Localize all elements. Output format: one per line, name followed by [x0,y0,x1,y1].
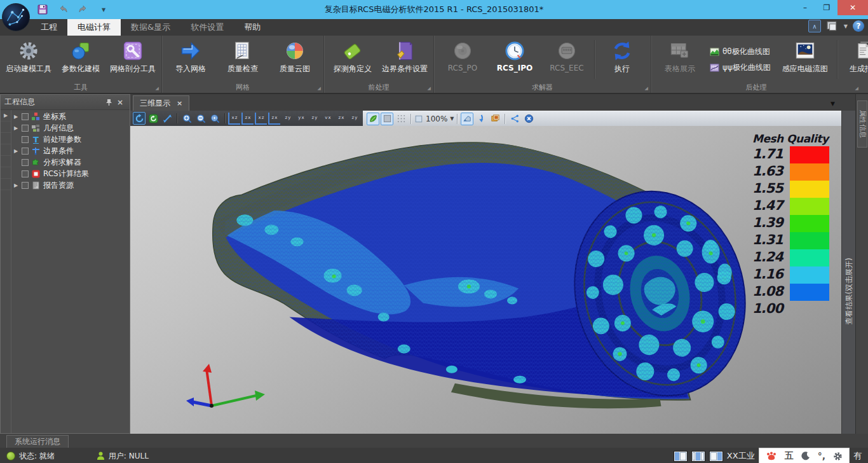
expand-icon[interactable]: ▶ [13,125,19,131]
close-button[interactable]: ✕ [837,0,868,15]
tab-help[interactable]: 帮助 [234,19,271,36]
theta-polar-curve-button[interactable]: θθ极化曲线图 [710,46,771,57]
checkbox[interactable] [22,148,29,155]
tab-settings[interactable]: 软件设置 [180,19,234,36]
view-orientation-button[interactable]: xz [255,113,267,125]
boundary-settings-button[interactable]: 边界条件设置 [379,38,431,81]
restore-button[interactable]: ❐ [816,0,837,15]
tab-close-icon[interactable]: × [177,99,182,107]
render-canvas[interactable]: Mesh Quality 1.71 1.63 1.55 1.47 1.39 1.… [130,126,841,434]
ime-settings-gear-icon[interactable] [833,452,843,461]
checkbox[interactable] [22,182,29,189]
checkbox[interactable] [22,136,29,143]
clip-view-button[interactable] [461,113,473,125]
display-style-dropdown-icon[interactable]: ▼ [844,24,848,29]
ime-paw-icon[interactable] [766,451,777,461]
dialog-launcher-icon[interactable]: ◢ [428,86,431,91]
redo-icon[interactable] [76,3,90,16]
rcs-po-button[interactable]: RCS_PO [437,38,489,81]
ime-punctuation-label[interactable]: °, [818,451,825,461]
rcs-eec-button[interactable]: RCS_EEC [541,38,593,81]
tab-3d-display[interactable]: 三维显示 × [133,95,189,111]
tab-list-dropdown-icon[interactable]: ▼ [831,100,835,107]
zoom-percent-select[interactable]: 100% ▼ [414,114,454,123]
dialog-launcher-icon[interactable]: ◢ [318,86,321,91]
tab-em-compute[interactable]: 电磁计算 [67,19,121,36]
view-orientation-button[interactable]: zy [348,113,360,125]
layout-left-panel-button[interactable] [674,451,688,462]
checkbox[interactable] [22,159,29,166]
probe-angle-button[interactable]: 探测角定义 [327,38,379,81]
induction-current-map-button[interactable]: 感应电磁流图 [775,38,836,81]
launch-modeling-tool-button[interactable]: 启动建模工具 [3,38,55,81]
dialog-launcher-icon[interactable]: ◢ [855,86,858,91]
dialog-launcher-icon[interactable]: ◢ [156,86,159,91]
save-icon[interactable] [36,3,50,16]
flat-render-button[interactable] [381,113,393,125]
tab-data-display[interactable]: 数据&显示 [121,19,180,36]
parametric-modeling-button[interactable]: 参数化建模 [55,38,107,81]
orbit-rotate-button[interactable] [133,112,146,125]
panel-close-icon[interactable]: × [114,97,126,107]
view-orientation-button[interactable]: zy [281,113,294,125]
app-logo[interactable] [2,3,30,31]
gutter-arrow-icon[interactable]: ▶ [1,110,11,121]
expand-icon[interactable]: ▶ [13,114,19,120]
view-orientation-button[interactable]: xz [228,113,240,125]
view-orientation-button[interactable]: yx [295,113,307,125]
import-mesh-button[interactable]: 导入网格 [165,38,217,81]
drop-down-view-button[interactable] [475,113,487,125]
tab-project[interactable]: 工程 [31,19,67,36]
collapsed-results-panel[interactable]: 查看结果(双击展开) [841,111,855,434]
view-orientation-button[interactable]: zx [335,113,347,125]
dialog-launcher-icon[interactable]: ◢ [645,86,648,91]
spin-rotate-button[interactable] [147,112,159,125]
clear-view-button[interactable] [522,113,535,125]
expand-icon[interactable]: ▶ [13,148,19,154]
qat-more-icon[interactable]: ▼ [97,3,111,16]
pan-button[interactable] [161,112,173,125]
rcs-ipo-button[interactable]: RCS_IPO [489,38,541,81]
zoom-out-button[interactable] [194,112,207,125]
display-style-icon[interactable] [826,20,839,32]
wireframe-button[interactable] [395,113,407,125]
minimize-button[interactable]: – [794,0,816,15]
table-display-button[interactable]: 表格展示 [654,38,706,81]
zoom-dropdown-icon[interactable]: ▼ [450,116,454,121]
tree-item-report-resources[interactable]: ▶ 报告资源 [11,179,130,191]
mesh-partition-tool-button[interactable]: 网格剖分工具 [107,38,159,81]
dock-tab-properties[interactable]: 属性信息 [857,100,867,148]
tree-item-rcs-results[interactable]: RCS计算结果 [11,168,130,179]
shaded-render-button[interactable] [367,113,379,125]
view-orientation-button[interactable]: zx [241,113,254,125]
system-messages-tab[interactable]: 系统运行消息 [6,435,69,448]
tree-item-boundary-conditions[interactable]: ▶ 边界条件 [11,145,130,156]
quality-cloud-button[interactable]: 质量云图 [269,38,321,81]
ime-wubi-label[interactable]: 五 [785,450,794,462]
tree-item-coordinate-system[interactable]: ▶ 坐标系 [11,111,130,122]
snapshot-button[interactable] [489,113,501,125]
expand-icon[interactable]: ▶ [13,183,19,188]
psi-polar-curve-button[interactable]: ψψ极化曲线图 [710,62,771,73]
pin-icon[interactable] [103,97,114,107]
share-link-button[interactable] [508,113,521,125]
tree-item-preprocess-params[interactable]: T 前处理参数 [11,134,130,145]
view-orientation-button[interactable]: zy [308,113,320,125]
checkbox[interactable] [22,125,29,132]
layout-right-panel-button[interactable] [709,451,723,462]
generate-report-button[interactable]: 生成报告 [839,38,868,81]
tree-item-geometry-info[interactable]: ▶ 几何信息 [11,122,130,134]
layout-center-panel-button[interactable] [691,451,705,462]
quality-check-button[interactable]: 质量检查 [217,38,269,81]
tree-item-solver[interactable]: 分析求解器 [11,156,130,168]
view-orientation-button[interactable]: zx [268,113,280,125]
undo-icon[interactable] [56,3,70,16]
execute-button[interactable]: 执行 [596,38,648,81]
ime-moon-icon[interactable] [801,452,810,460]
zoom-fit-button[interactable] [208,112,221,125]
help-icon[interactable]: ? [853,20,864,32]
zoom-in-button[interactable] [180,112,193,125]
checkbox[interactable] [22,113,29,120]
ribbon-collapse-icon[interactable]: ∧ [808,20,821,32]
checkbox[interactable] [22,170,29,177]
